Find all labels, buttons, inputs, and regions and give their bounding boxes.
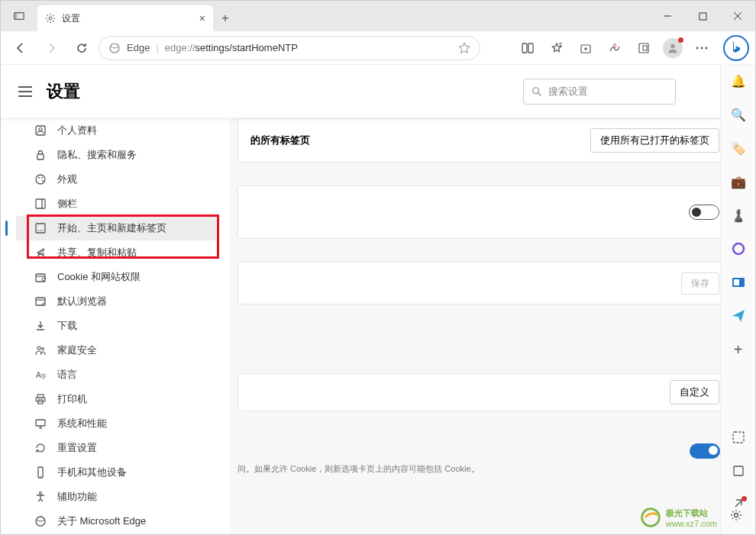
- sidebar-item-language[interactable]: A字语言: [16, 363, 216, 387]
- sidebar-item-about[interactable]: 关于 Microsoft Edge: [16, 509, 216, 533]
- browser-icon: [34, 295, 47, 308]
- new-tab-button[interactable]: +: [213, 5, 237, 31]
- watermark-text2: www.xz7.com: [666, 519, 717, 528]
- history-sidebar-icon[interactable]: [727, 459, 750, 482]
- sidebar-item-label: 重置设置: [57, 441, 97, 455]
- sidebar-item-label: 个人资料: [57, 124, 97, 137]
- collections-icon[interactable]: [572, 34, 599, 62]
- close-window-button[interactable]: [720, 1, 755, 31]
- svg-text:字: 字: [40, 373, 47, 380]
- tab-actions-icon[interactable]: [1, 1, 37, 31]
- svg-point-18: [696, 47, 699, 49]
- svg-point-38: [42, 230, 44, 231]
- page-title: 设置: [47, 80, 80, 103]
- appearance-icon: [34, 173, 47, 185]
- svg-point-17: [670, 44, 674, 47]
- sidebar-item-printer[interactable]: 打印机: [16, 387, 216, 411]
- customize-card: 自定义: [237, 373, 732, 411]
- sidebar-item-label: 辅助功能: [57, 490, 97, 504]
- hamburger-menu-icon[interactable]: [15, 81, 36, 102]
- language-icon: A字: [34, 369, 47, 381]
- back-button[interactable]: [7, 34, 34, 62]
- svg-point-27: [39, 128, 42, 131]
- shopping-tag-icon[interactable]: 🏷️: [727, 137, 750, 160]
- svg-point-63: [735, 514, 738, 517]
- close-tab-icon[interactable]: ×: [199, 12, 205, 24]
- sidebar-item-label: 打印机: [57, 392, 87, 406]
- sidebar-item-download[interactable]: 下载: [16, 314, 216, 338]
- sidebar-item-label: 默认浏览器: [57, 295, 107, 308]
- system-icon: [34, 417, 47, 430]
- svg-point-58: [733, 243, 744, 254]
- browser-tab[interactable]: 设置 ×: [37, 5, 213, 31]
- search-settings-input[interactable]: 搜索设置: [523, 79, 676, 105]
- refresh-button[interactable]: [68, 34, 95, 62]
- svg-point-29: [36, 175, 45, 184]
- toggle-off[interactable]: [689, 205, 719, 220]
- bing-sidebar-button[interactable]: [723, 35, 749, 61]
- site-identity: Edge: [127, 42, 150, 53]
- maximize-button[interactable]: [685, 1, 720, 31]
- sidebar-item-share[interactable]: 共享、复制和粘贴: [16, 240, 216, 265]
- sidebar-item-start[interactable]: 开始、主页和新建标签页: [16, 216, 216, 240]
- address-bar[interactable]: Edge | edge://settings/startHomeNTP: [99, 36, 480, 60]
- add-sidebar-icon[interactable]: +: [727, 338, 750, 361]
- bell-icon[interactable]: 🔔: [727, 69, 750, 92]
- briefcase-icon[interactable]: 💼: [727, 170, 750, 193]
- sidebar-item-reset[interactable]: 重置设置: [16, 436, 216, 460]
- screenshot-icon[interactable]: [727, 426, 750, 449]
- sidebar-item-label: Cookie 和网站权限: [57, 270, 141, 284]
- outlook-icon[interactable]: [727, 271, 750, 294]
- search-icon: [531, 86, 542, 97]
- split-screen-icon[interactable]: [514, 34, 541, 62]
- family-icon: [34, 344, 47, 356]
- toggle-on[interactable]: [690, 443, 720, 459]
- tab-title: 设置: [62, 12, 80, 25]
- svg-rect-1: [15, 13, 18, 20]
- svg-rect-35: [36, 224, 45, 233]
- sidebar-item-family[interactable]: 家庭安全: [16, 338, 216, 363]
- svg-point-37: [40, 230, 41, 231]
- extensions-icon[interactable]: [630, 34, 657, 62]
- browser-toolbar: Edge | edge://settings/startHomeNTP: [1, 31, 755, 65]
- svg-point-64: [641, 509, 659, 527]
- settings-sidebar-icon[interactable]: [725, 504, 748, 527]
- performance-icon[interactable]: [601, 34, 628, 62]
- favorite-star-icon[interactable]: [458, 42, 470, 54]
- svg-rect-9: [528, 44, 533, 53]
- office-icon[interactable]: [727, 237, 750, 260]
- svg-point-19: [701, 47, 703, 49]
- more-menu-icon[interactable]: [688, 34, 716, 62]
- minimize-button[interactable]: [650, 1, 685, 31]
- sidebar-icon: [34, 198, 47, 210]
- sidebar-item-browser[interactable]: 默认浏览器: [16, 289, 216, 314]
- games-icon[interactable]: ♟️: [727, 204, 750, 227]
- svg-rect-16: [643, 46, 647, 50]
- sidebar-item-lock[interactable]: 隐私、搜索和服务: [16, 143, 216, 167]
- sidebar-item-accessibility[interactable]: 辅助功能: [16, 485, 216, 509]
- svg-rect-62: [734, 466, 743, 475]
- send-icon[interactable]: [727, 305, 750, 327]
- sidebar-item-appearance[interactable]: 外观: [16, 167, 216, 192]
- profile-avatar[interactable]: [659, 34, 687, 62]
- save-card: 保存: [237, 262, 732, 305]
- sidebar-item-cookie[interactable]: Cookie 和网站权限: [16, 265, 216, 289]
- svg-rect-60: [734, 279, 739, 285]
- settings-header: 设置 搜索设置: [1, 65, 720, 118]
- sidebar-item-profile[interactable]: 个人资料: [16, 118, 216, 143]
- card-label: 的所有标签页: [250, 134, 310, 147]
- sidebar-item-label: 语言: [57, 368, 77, 382]
- printer-icon: [34, 393, 47, 405]
- svg-point-55: [40, 475, 40, 476]
- svg-point-45: [42, 348, 44, 350]
- favorites-icon[interactable]: [543, 34, 570, 62]
- sidebar-item-sidebar[interactable]: 侧栏: [16, 192, 216, 216]
- sidebar-item-phone[interactable]: 手机和其他设备: [16, 460, 216, 485]
- use-all-tabs-button[interactable]: 使用所有已打开的标签页: [590, 128, 719, 153]
- svg-point-31: [41, 177, 43, 179]
- customize-button[interactable]: 自定义: [670, 380, 719, 404]
- svg-point-30: [38, 177, 40, 179]
- sidebar-item-system[interactable]: 系统和性能: [16, 411, 216, 436]
- sidebar-item-label: 系统和性能: [57, 417, 107, 430]
- search-sidebar-icon[interactable]: 🔍: [727, 103, 750, 126]
